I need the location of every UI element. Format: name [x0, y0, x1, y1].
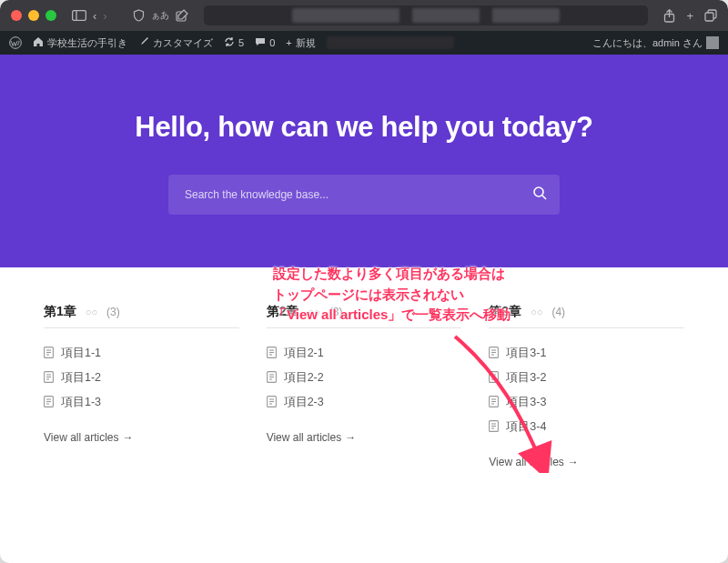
- wp-greeting[interactable]: こんにちは、admin さん: [592, 36, 719, 50]
- share-icon[interactable]: [663, 9, 675, 23]
- brush-icon: [138, 36, 149, 49]
- close-icon[interactable]: [11, 10, 22, 21]
- chapter-header[interactable]: 第1章○○(3): [44, 304, 239, 328]
- svg-rect-4: [705, 13, 713, 21]
- list-item[interactable]: 項目3-1: [489, 341, 684, 366]
- page-title: Hello, how can we help you today?: [36, 111, 692, 144]
- svg-point-6: [534, 187, 543, 196]
- column-1: 第1章○○(3)項目1-1項目1-2項目1-3View all articles…: [44, 304, 239, 468]
- arrow-right-icon: →: [568, 456, 579, 468]
- wp-greeting-text: こんにちは、admin さん: [592, 36, 703, 50]
- wp-comments-count: 0: [269, 37, 275, 48]
- chapter-title: 第2章: [267, 304, 299, 320]
- chapter-count: (3): [329, 306, 343, 318]
- wp-site-link[interactable]: 学校生活の手引き: [33, 36, 127, 50]
- list-item-label: 項目3-3: [506, 395, 546, 410]
- shield-icon[interactable]: [133, 9, 145, 22]
- document-icon: [489, 420, 499, 435]
- list-item-label: 項目1-3: [61, 395, 101, 410]
- list-item-label: 項目2-3: [284, 395, 324, 410]
- maximize-icon[interactable]: [46, 10, 56, 21]
- home-icon: [33, 36, 44, 49]
- view-all-link[interactable]: View all articles→: [44, 431, 239, 444]
- chapter-subtitle: ○○: [86, 307, 97, 317]
- list-item[interactable]: 項目1-1: [44, 341, 239, 366]
- list-item[interactable]: 項目1-3: [44, 390, 239, 415]
- document-icon: [44, 347, 54, 361]
- url-bar[interactable]: [204, 5, 649, 25]
- list-item-label: 項目3-2: [506, 370, 546, 386]
- document-icon: [489, 396, 499, 410]
- tabs-icon[interactable]: [704, 9, 717, 23]
- article-list: 項目2-1項目2-2項目2-3: [267, 341, 462, 415]
- list-item[interactable]: 項目2-2: [267, 366, 462, 390]
- wp-customize-label: カスタマイズ: [153, 36, 213, 50]
- arrow-right-icon: →: [345, 431, 356, 444]
- search-wrap: [168, 175, 560, 215]
- comment-icon: [255, 36, 266, 49]
- view-all-link[interactable]: View all articles→: [267, 431, 462, 444]
- list-item-label: 項目1-1: [61, 346, 101, 361]
- article-list: 項目1-1項目1-2項目1-3: [44, 341, 239, 415]
- wp-updates-count: 5: [238, 37, 244, 48]
- document-icon: [44, 396, 54, 410]
- mac-toolbar: ‹ › ぁあ +: [0, 0, 728, 31]
- list-item-label: 項目1-2: [61, 370, 101, 386]
- column-3: 第3章○○(4)項目3-1項目3-2項目3-3項目3-4View all art…: [489, 304, 684, 468]
- document-icon: [267, 347, 277, 361]
- wp-admin-bar: 学校生活の手引き カスタマイズ 5 0 + 新規 こんにちは、admi: [0, 31, 728, 55]
- list-item-label: 項目2-2: [284, 370, 324, 386]
- chapter-header[interactable]: 第3章○○(4): [489, 304, 684, 328]
- chapter-subtitle: ○○: [308, 307, 319, 317]
- text-size-icon[interactable]: ぁあ: [151, 9, 169, 22]
- list-item[interactable]: 項目2-1: [267, 341, 462, 366]
- wp-new-link[interactable]: + 新規: [286, 36, 315, 50]
- svg-line-7: [542, 196, 546, 199]
- chapter-subtitle: ○○: [531, 307, 542, 317]
- list-item[interactable]: 項目3-4: [489, 415, 684, 439]
- document-icon: [489, 347, 499, 361]
- search-input[interactable]: [168, 175, 560, 215]
- minimize-icon[interactable]: [28, 10, 39, 21]
- new-tab-icon[interactable]: +: [686, 9, 693, 23]
- wp-updates-link[interactable]: 5: [224, 36, 244, 49]
- view-all-label: View all articles: [44, 431, 118, 444]
- chapter-count: (3): [106, 306, 120, 318]
- window-controls: [11, 10, 56, 21]
- document-icon: [489, 371, 499, 386]
- list-item-label: 項目2-1: [284, 346, 324, 361]
- back-icon[interactable]: ‹: [93, 9, 96, 23]
- view-all-label: View all articles: [489, 456, 563, 468]
- chapter-header[interactable]: 第2章○○(3): [267, 304, 462, 328]
- document-icon: [267, 371, 277, 386]
- sidebar-toggle-icon[interactable]: [72, 10, 86, 21]
- article-list: 項目3-1項目3-2項目3-3項目3-4: [489, 341, 684, 439]
- view-all-link[interactable]: View all articles→: [489, 456, 684, 468]
- chapter-title: 第3章: [489, 304, 521, 320]
- wp-blur: [327, 36, 454, 49]
- list-item[interactable]: 項目3-3: [489, 390, 684, 415]
- wp-customize-link[interactable]: カスタマイズ: [138, 36, 213, 50]
- arrow-right-icon: →: [122, 431, 133, 444]
- article-columns: 第1章○○(3)項目1-1項目1-2項目1-3View all articles…: [0, 267, 728, 496]
- document-icon: [44, 371, 54, 386]
- list-item[interactable]: 項目3-2: [489, 366, 684, 390]
- refresh-icon: [224, 36, 235, 49]
- list-item-label: 項目3-1: [506, 346, 546, 361]
- list-item[interactable]: 項目1-2: [44, 366, 239, 390]
- search-icon[interactable]: [532, 186, 547, 204]
- view-all-label: View all articles: [267, 431, 341, 444]
- wp-logo-icon[interactable]: [9, 36, 22, 49]
- wp-site-name: 学校生活の手引き: [47, 36, 127, 50]
- plus-icon: +: [286, 37, 291, 48]
- browser-window: ‹ › ぁあ + 学校生活: [0, 0, 728, 563]
- svg-rect-0: [73, 11, 86, 21]
- wp-comments-link[interactable]: 0: [255, 36, 275, 49]
- list-item[interactable]: 項目2-3: [267, 390, 462, 415]
- forward-icon[interactable]: ›: [103, 9, 106, 23]
- hero: Hello, how can we help you today?: [0, 55, 728, 267]
- list-item-label: 項目3-4: [506, 419, 546, 435]
- chapter-title: 第1章: [44, 304, 76, 320]
- compose-icon[interactable]: [176, 9, 188, 22]
- avatar: [706, 36, 719, 49]
